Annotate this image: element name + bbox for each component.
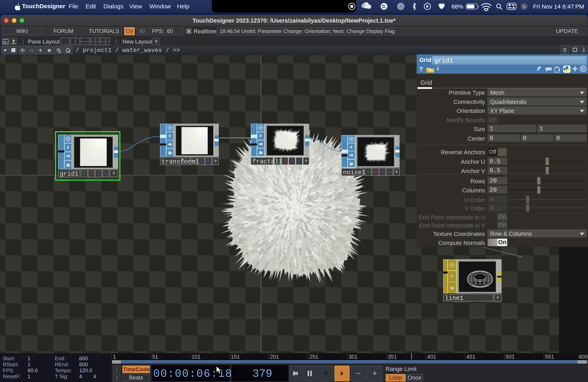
svg-text:?: ? xyxy=(429,68,432,73)
